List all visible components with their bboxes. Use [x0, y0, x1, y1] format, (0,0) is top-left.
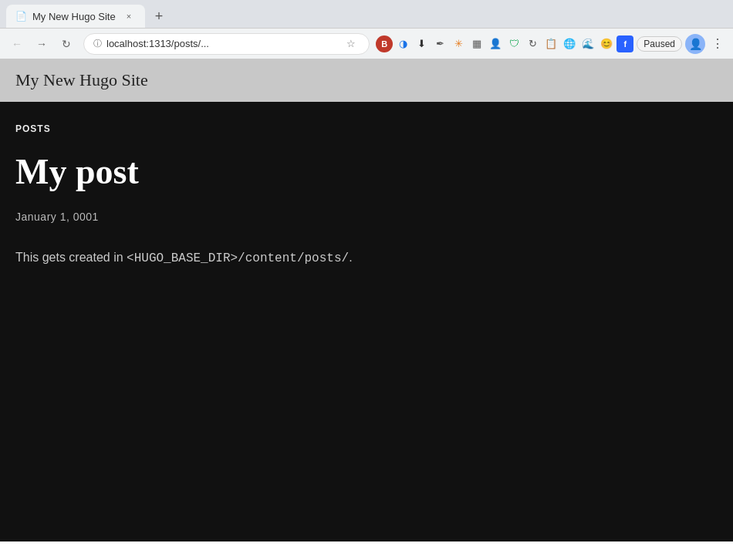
post-body: This gets created in <HUGO_BASE_DIR>/con… — [15, 248, 718, 269]
bookmark-icon[interactable]: ☆ — [343, 35, 360, 52]
post-date: January 1, 0001 — [15, 211, 718, 223]
tab-title: My New Hugo Site — [32, 11, 116, 22]
info-icon: ⓘ — [93, 38, 102, 49]
post-body-code: <HUGO_BASE_DIR>/content/posts/ — [127, 251, 349, 265]
paused-label: Paused — [643, 39, 675, 49]
menu-icon: ⋮ — [711, 36, 724, 51]
new-tab-button[interactable]: + — [148, 5, 170, 27]
tab-close-button[interactable]: × — [122, 9, 136, 23]
ext-icon-10[interactable]: 📋 — [542, 35, 559, 52]
ext-icon-11[interactable]: 🌐 — [561, 35, 578, 52]
forward-button[interactable]: → — [31, 33, 52, 55]
browser-window: 📄 My New Hugo Site × + ← → ↻ ⓘ localhost… — [0, 0, 733, 541]
back-button[interactable]: ← — [6, 33, 28, 55]
ext-icon-14[interactable]: f — [616, 35, 633, 52]
ext-adblock-icon[interactable]: B — [376, 35, 393, 52]
navigation-bar: ← → ↻ ⓘ localhost:1313/posts/... ☆ B ◑ ⬇… — [0, 28, 733, 59]
back-icon: ← — [12, 38, 22, 50]
reload-button[interactable]: ↻ — [56, 33, 77, 55]
browser-menu-button[interactable]: ⋮ — [708, 35, 727, 53]
ext-icon-5[interactable]: ✳ — [450, 35, 467, 52]
site-title[interactable]: My New Hugo Site — [15, 70, 148, 90]
ext-icon-4[interactable]: ✒ — [431, 35, 448, 52]
browser-tab[interactable]: 📄 My New Hugo Site × — [6, 5, 145, 28]
forward-icon: → — [36, 38, 47, 50]
ext-icon-13[interactable]: 😊 — [598, 35, 615, 52]
site-header: My New Hugo Site — [0, 59, 733, 102]
url-text: localhost:1313/posts/... — [106, 38, 338, 49]
tab-bar: 📄 My New Hugo Site × + — [0, 0, 733, 28]
post-body-prefix: This gets created in — [15, 251, 127, 264]
profile-icon: 👤 — [689, 38, 702, 50]
page-content: POSTS My post January 1, 0001 This gets … — [0, 102, 733, 541]
post-body-suffix: . — [349, 251, 352, 264]
ext-icon-12[interactable]: 🌊 — [579, 35, 596, 52]
browser-chrome: 📄 My New Hugo Site × + ← → ↻ ⓘ localhost… — [0, 0, 733, 59]
extensions-area: B ◑ ⬇ ✒ ✳ ▦ 👤 🛡 ↻ 📋 🌐 🌊 😊 f — [376, 35, 633, 52]
address-bar[interactable]: ⓘ localhost:1313/posts/... ☆ — [83, 33, 370, 55]
profile-avatar[interactable]: 👤 — [685, 34, 705, 54]
reload-icon: ↻ — [62, 38, 71, 50]
ext-icon-9[interactable]: ↻ — [524, 35, 541, 52]
ext-icon-7[interactable]: 👤 — [487, 35, 504, 52]
ext-icon-3[interactable]: ⬇ — [413, 35, 430, 52]
ext-icon-6[interactable]: ▦ — [468, 35, 485, 52]
post-title: My post — [15, 153, 718, 192]
tab-favicon-icon: 📄 — [15, 11, 26, 22]
paused-badge[interactable]: Paused — [637, 36, 682, 52]
ext-icon-8[interactable]: 🛡 — [505, 35, 522, 52]
ext-icon-2[interactable]: ◑ — [394, 35, 411, 52]
section-label: POSTS — [15, 123, 718, 134]
